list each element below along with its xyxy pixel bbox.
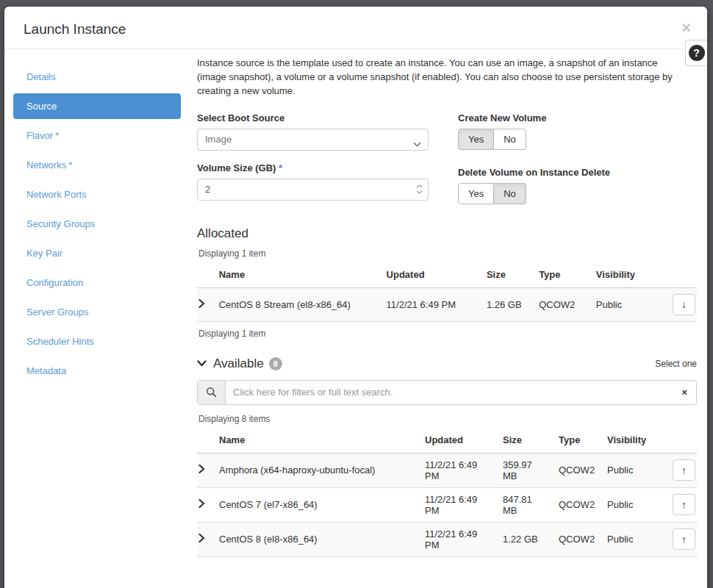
delete-volume-toggle: Yes No xyxy=(458,183,526,204)
expand-row-icon[interactable] xyxy=(198,299,205,308)
sidebar-item-scheduler-hints[interactable]: Scheduler Hints xyxy=(13,329,181,354)
boot-source-select[interactable]: Image xyxy=(197,129,429,151)
help-button[interactable]: ? xyxy=(685,40,707,66)
name-cell: CentOS 8 (el8-x86_64) xyxy=(213,522,419,556)
modal-title: Launch Instance xyxy=(24,21,126,37)
sidebar-item-details[interactable]: Details xyxy=(13,64,181,90)
chevron-down-icon xyxy=(413,138,421,149)
arrow-up-icon: ↑ xyxy=(681,465,687,476)
expand-row-icon[interactable] xyxy=(198,534,205,542)
allocated-count-top: Displaying 1 item xyxy=(198,248,697,259)
updated-cell: 11/2/21 6:49 PM xyxy=(381,287,481,321)
expand-row-icon[interactable] xyxy=(198,465,205,473)
column-header-updated: Updated xyxy=(381,262,481,288)
source-step-content: Instance source is the template used to … xyxy=(190,49,707,557)
sidebar-item-key-pair[interactable]: Key Pair xyxy=(13,240,181,266)
search-icon xyxy=(198,381,226,404)
create-volume-label: Create New Volume xyxy=(458,112,697,123)
available-count: Displaying 8 items xyxy=(198,414,697,424)
arrow-down-icon: ↓ xyxy=(681,298,687,310)
size-cell: 1.26 GB xyxy=(481,287,533,321)
available-count-badge: 8 xyxy=(269,357,282,370)
sidebar-item-configuration[interactable]: Configuration xyxy=(13,270,181,295)
type-cell: QCOW2 xyxy=(553,522,601,556)
column-header-type: Type xyxy=(553,427,601,453)
modal-header: Launch Instance × xyxy=(4,7,707,49)
type-cell: QCOW2 xyxy=(553,453,601,487)
boot-source-label: Select Boot Source xyxy=(197,112,429,123)
modal-body: DetailsSourceFlavor*Networks*Network Por… xyxy=(4,49,707,557)
sidebar-item-security-groups[interactable]: Security Groups xyxy=(13,211,181,237)
arrow-up-icon: ↑ xyxy=(681,534,687,545)
available-table: NameUpdatedSizeTypeVisibilityAmphora (x6… xyxy=(197,427,697,557)
column-header-updated: Updated xyxy=(419,427,497,453)
sidebar-item-source[interactable]: Source xyxy=(13,93,181,119)
size-cell: 359.97 MB xyxy=(497,453,553,487)
visibility-cell: Public xyxy=(601,522,663,556)
size-cell: 847.81 MB xyxy=(497,487,553,522)
volume-size-label: Volume Size (GB) * xyxy=(197,162,429,173)
select-one-hint: Select one xyxy=(655,359,697,369)
arrow-up-icon: ↑ xyxy=(681,499,687,511)
required-asterisk: * xyxy=(68,159,72,171)
table-header-row: NameUpdatedSizeTypeVisibility xyxy=(197,262,697,288)
column-header-name: Name xyxy=(213,427,419,453)
required-asterisk: * xyxy=(55,130,59,141)
available-section-header: Available 8 Select one xyxy=(197,356,697,371)
name-cell: Amphora (x64-haproxy-ubuntu-focal) xyxy=(213,453,419,487)
required-asterisk: * xyxy=(279,162,282,173)
updated-cell: 11/2/21 6:49 PM xyxy=(419,487,497,522)
boot-source-value: Image xyxy=(205,134,232,145)
allocated-count-bottom: Displaying 1 item xyxy=(198,329,697,339)
chevron-down-icon[interactable] xyxy=(197,360,207,367)
name-cell: CentOS 7 (el7-x86_64) xyxy=(213,487,419,522)
column-header-size: Size xyxy=(481,262,533,288)
volume-size-input[interactable]: 2 xyxy=(197,179,429,201)
number-spinner[interactable] xyxy=(416,184,423,194)
clear-search-icon[interactable]: × xyxy=(673,381,696,404)
column-header-size: Size xyxy=(497,427,553,453)
table-row: CentOS 8 (el8-x86_64)11/2/21 6:49 PM1.22… xyxy=(197,522,697,556)
create-volume-toggle: Yes No xyxy=(458,129,526,150)
volume-size-value: 2 xyxy=(205,184,210,195)
sidebar-item-flavor[interactable]: Flavor* xyxy=(13,123,181,148)
sidebar-item-networks[interactable]: Networks* xyxy=(13,152,181,178)
table-header-row: NameUpdatedSizeTypeVisibility xyxy=(197,427,697,453)
close-icon[interactable]: × xyxy=(681,20,691,36)
type-cell: QCOW2 xyxy=(553,487,601,522)
deallocate-button[interactable]: ↓ xyxy=(673,294,695,315)
visibility-cell: Public xyxy=(590,287,663,321)
allocate-button[interactable]: ↑ xyxy=(673,528,695,550)
sidebar-item-server-groups[interactable]: Server Groups xyxy=(13,299,181,325)
sidebar-item-metadata[interactable]: Metadata xyxy=(13,358,181,384)
table-row: CentOS 7 (el7-x86_64)11/2/21 6:49 PM847.… xyxy=(197,487,697,522)
source-description: Instance source is the template used to … xyxy=(197,57,697,98)
column-header-name: Name xyxy=(213,262,381,288)
size-cell: 1.22 GB xyxy=(497,522,553,556)
available-search-bar: × xyxy=(197,380,697,405)
delete-volume-label: Delete Volume on Instance Delete xyxy=(458,167,697,178)
available-heading: Available xyxy=(213,356,264,371)
visibility-cell: Public xyxy=(601,453,663,487)
delete-volume-yes-button[interactable]: Yes xyxy=(458,183,494,204)
table-row: CentOS 8 Stream (el8-x86_64)11/2/21 6:49… xyxy=(197,287,697,321)
search-input[interactable] xyxy=(226,381,673,404)
name-cell: CentOS 8 Stream (el8-x86_64) xyxy=(213,287,381,321)
sidebar-item-network-ports[interactable]: Network Ports xyxy=(13,182,181,207)
column-header-type: Type xyxy=(533,262,590,288)
updated-cell: 11/2/21 6:49 PM xyxy=(419,453,497,487)
visibility-cell: Public xyxy=(601,487,663,522)
allocate-button[interactable]: ↑ xyxy=(673,494,695,515)
type-cell: QCOW2 xyxy=(533,287,590,321)
column-header-visibility: Visibility xyxy=(590,262,663,288)
delete-volume-no-button[interactable]: No xyxy=(494,183,526,204)
table-row: Amphora (x64-haproxy-ubuntu-focal)11/2/2… xyxy=(197,453,697,487)
help-icon: ? xyxy=(689,45,705,61)
allocated-heading: Allocated xyxy=(197,226,697,241)
wizard-steps-nav: DetailsSourceFlavor*Networks*Network Por… xyxy=(4,49,190,387)
allocate-button[interactable]: ↑ xyxy=(673,459,695,481)
create-volume-no-button[interactable]: No xyxy=(494,129,526,150)
expand-row-icon[interactable] xyxy=(198,499,205,508)
create-volume-yes-button[interactable]: Yes xyxy=(458,129,494,150)
allocated-table: NameUpdatedSizeTypeVisibilityCentOS 8 St… xyxy=(197,262,697,322)
